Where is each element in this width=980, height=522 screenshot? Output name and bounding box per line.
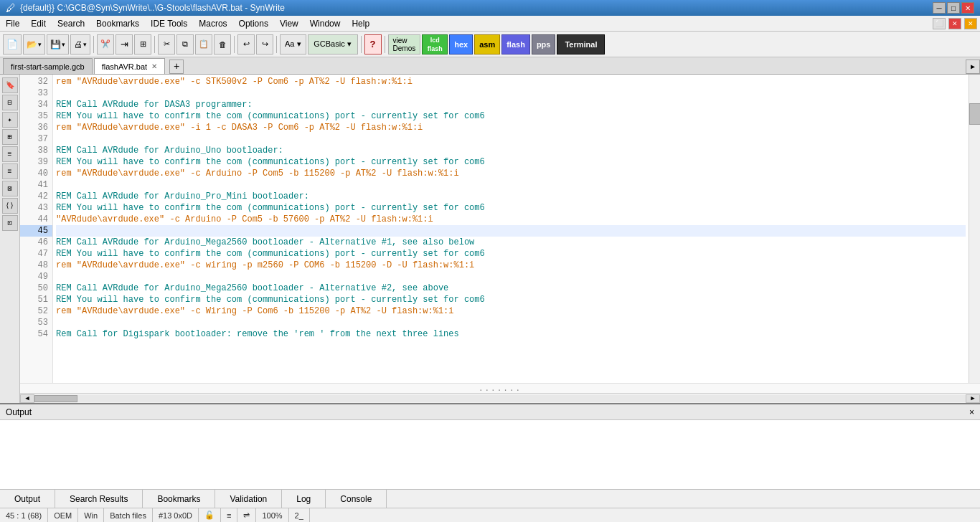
cut-button[interactable]: ✂ — [158, 34, 175, 54]
status-wrap[interactable]: ⇌ — [237, 508, 256, 522]
code-line-48: rem "AVRdude\avrdude.exe" -c wiring -p m… — [56, 260, 966, 271]
extra-icon-3[interactable]: ✕ — [964, 18, 977, 29]
open-button[interactable]: 📂▾ — [23, 34, 45, 54]
sidebar-icon-4[interactable]: ⊞ — [2, 129, 18, 145]
snippet-button[interactable]: ✂️ — [97, 34, 114, 54]
bottom-tab-bookmarks[interactable]: Bookmarks — [143, 490, 215, 508]
lcd-flash-button[interactable]: lcdflash — [422, 34, 448, 54]
redo-button[interactable]: ↪ — [256, 34, 273, 54]
line-num-47: 47 — [20, 248, 52, 260]
sidebar-icon-9[interactable]: ⊡ — [2, 215, 18, 231]
menu-window[interactable]: Window — [304, 16, 347, 31]
code-editor[interactable]: 32 33 34 35 36 37 38 39 40 41 42 43 44 4… — [20, 75, 980, 403]
menu-help[interactable]: Help — [346, 16, 375, 31]
scroll-left[interactable]: ◀ — [20, 394, 34, 403]
code-line-51: REM You will have to confirm the com (co… — [56, 294, 966, 305]
help-button[interactable]: ? — [364, 34, 382, 54]
line-num-46: 46 — [20, 237, 52, 248]
tab-add-button[interactable]: + — [169, 60, 184, 74]
code-lines[interactable]: rem "AVRdude\avrdude.exe" -c STK500v2 -P… — [53, 75, 969, 383]
line-num-42: 42 — [20, 191, 52, 202]
sidebar-icon-3[interactable]: ✦ — [2, 112, 18, 128]
code-content: 32 33 34 35 36 37 38 39 40 41 42 43 44 4… — [20, 75, 980, 383]
new-button[interactable]: 📄 — [3, 34, 22, 54]
menu-macros[interactable]: Macros — [193, 16, 232, 31]
scroll-right[interactable]: ▶ — [966, 394, 980, 403]
code-line-45 — [56, 225, 966, 237]
sidebar-icon-6[interactable]: ≡ — [2, 163, 18, 179]
menu-bookmarks[interactable]: Bookmarks — [90, 16, 145, 31]
title-bar-controls: ─ □ ✕ — [933, 2, 974, 14]
scroll-thumb[interactable] — [969, 103, 980, 125]
sidebar-icon-8[interactable]: ⟨⟩ — [2, 198, 18, 214]
title-text: {default}} C:\GCB@Syn\SynWrite\..\G-Stoo… — [20, 3, 285, 13]
indent-button[interactable]: ⇥ — [116, 34, 133, 54]
code-line-39: REM You will have to confirm the com (co… — [56, 156, 966, 168]
separator-2 — [154, 36, 155, 53]
scroll-track[interactable] — [34, 395, 966, 402]
copy-button[interactable]: ⧉ — [176, 34, 194, 54]
code-line-34: REM Call AVRdude for DASA3 programmer: — [56, 99, 966, 110]
delete-button[interactable]: 🗑 — [214, 34, 231, 54]
bottom-tab-validation[interactable]: Validation — [215, 490, 282, 508]
paste-button[interactable]: 📋 — [195, 34, 212, 54]
asm-button[interactable]: asm — [474, 34, 500, 54]
output-close[interactable]: × — [969, 407, 974, 417]
menu-options[interactable]: Options — [233, 16, 274, 31]
bottom-tabs: Output Search Results Bookmarks Validati… — [0, 489, 980, 508]
line-num-34: 34 — [20, 99, 52, 110]
sidebar-icon-7[interactable]: ⊠ — [2, 181, 18, 196]
code-line-46: REM Call AVRdude for Arduino_Mega2560 bo… — [56, 237, 966, 248]
output-title: Output — [6, 407, 32, 417]
sidebar-icon-2[interactable]: ⊟ — [2, 95, 18, 110]
line-num-35: 35 — [20, 110, 52, 122]
format-button[interactable]: ⊞ — [134, 34, 151, 54]
menu-ide-tools[interactable]: IDE Tools — [145, 16, 193, 31]
terminal-button[interactable]: Terminal — [557, 34, 605, 54]
editor-area: 🔖 ⊟ ✦ ⊞ ≡ ≡ ⊠ ⟨⟩ ⊡ 32 33 34 35 36 37 38 … — [0, 75, 980, 403]
menu-search[interactable]: Search — [52, 16, 90, 31]
tab-gcb[interactable]: first-start-sample.gcb — [3, 58, 93, 74]
bottom-tab-output[interactable]: Output — [0, 490, 55, 508]
close-button[interactable]: ✕ — [961, 2, 974, 14]
code-line-40: rem "AVRdude\avrdude.exe" -c Arduino -P … — [56, 168, 966, 179]
horizontal-scrollbar[interactable]: ◀ ▶ — [20, 393, 980, 403]
line-num-38: 38 — [20, 145, 52, 156]
status-lock[interactable]: 🔓 — [199, 508, 221, 522]
menu-file[interactable]: File — [0, 16, 25, 31]
tab-bat[interactable]: flashAVR.bat ✕ — [94, 58, 165, 74]
bottom-tab-log[interactable]: Log — [282, 490, 326, 508]
tab-gcb-label: first-start-sample.gcb — [11, 62, 85, 71]
gcbasic-dropdown[interactable]: GCBasic ▾ — [308, 34, 358, 54]
tab-bat-close[interactable]: ✕ — [151, 62, 157, 70]
bottom-tab-console[interactable]: Console — [326, 490, 387, 508]
line-num-48: 48 — [20, 260, 52, 271]
fontsize-dropdown[interactable]: Aa ▾ — [280, 34, 306, 54]
sidebar-icon-5[interactable]: ≡ — [2, 146, 18, 162]
pps-button[interactable]: pps — [532, 34, 556, 54]
line-numbers: 32 33 34 35 36 37 38 39 40 41 42 43 44 4… — [20, 75, 53, 383]
flash-button[interactable]: flash — [501, 34, 530, 54]
undo-button[interactable]: ↩ — [237, 34, 255, 54]
bottom-tab-search-results[interactable]: Search Results — [55, 490, 143, 508]
tab-scroll-right[interactable]: ▶ — [966, 60, 980, 74]
menu-edit[interactable]: Edit — [25, 16, 52, 31]
save-button[interactable]: 💾▾ — [47, 34, 69, 54]
scroll-handle-h[interactable] — [34, 395, 77, 402]
right-scrollbar[interactable] — [969, 75, 980, 383]
minimize-button[interactable]: ─ — [933, 2, 946, 14]
sidebar-icon-1[interactable]: 🔖 — [2, 77, 18, 93]
maximize-button[interactable]: □ — [947, 2, 960, 14]
hex-button[interactable]: hex — [449, 34, 473, 54]
extra-icon-2[interactable]: ✕ — [948, 18, 961, 29]
menu-view[interactable]: View — [274, 16, 304, 31]
status-lines[interactable]: ≡ — [221, 508, 237, 522]
separator-5 — [361, 36, 362, 53]
view-demos-button[interactable]: viewDemos — [388, 34, 421, 54]
code-line-49 — [56, 271, 966, 283]
extra-icon-1[interactable]: ⬜ — [933, 18, 946, 29]
tab-bat-label: flashAVR.bat — [102, 62, 147, 71]
print-button[interactable]: 🖨▾ — [70, 34, 90, 54]
toolbar: 📄 📂▾ 💾▾ 🖨▾ ✂️ ⇥ ⊞ ✂ ⧉ 📋 🗑 ↩ ↪ Aa ▾ GCBas… — [0, 32, 980, 57]
code-line-53 — [56, 317, 966, 328]
